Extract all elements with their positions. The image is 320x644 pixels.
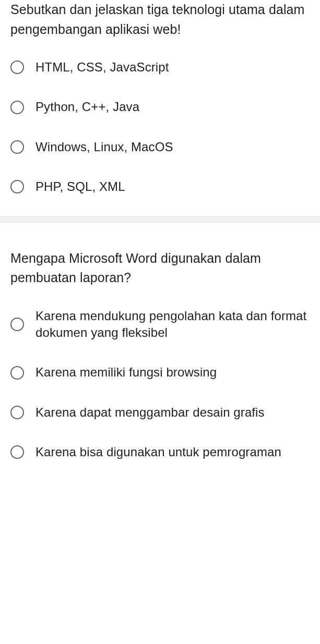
option-row[interactable]: Karena bisa digunakan untuk pemrograman xyxy=(10,444,310,460)
option-row[interactable]: Python, C++, Java xyxy=(10,99,310,115)
option-row[interactable]: PHP, SQL, XML xyxy=(10,178,310,195)
option-row[interactable]: Karena mendukung pengolahan kata dan for… xyxy=(10,308,310,342)
radio-icon xyxy=(10,445,24,459)
radio-icon xyxy=(10,366,24,380)
option-label: Karena bisa digunakan untuk pemrograman xyxy=(35,444,281,460)
radio-icon xyxy=(10,406,24,419)
radio-icon xyxy=(10,140,24,154)
question-card-1: Sebutkan dan jelaskan tiga teknologi uta… xyxy=(0,0,320,216)
option-row[interactable]: HTML, CSS, JavaScript xyxy=(10,59,310,76)
options-group: HTML, CSS, JavaScript Python, C++, Java … xyxy=(10,59,310,196)
option-label: Karena dapat menggambar desain grafis xyxy=(35,404,265,421)
option-row[interactable]: Windows, Linux, MacOS xyxy=(10,139,310,155)
option-label: Karena mendukung pengolahan kata dan for… xyxy=(35,308,310,342)
option-label: PHP, SQL, XML xyxy=(35,178,125,195)
option-label: Python, C++, Java xyxy=(35,99,139,115)
option-row[interactable]: Karena memiliki fungsi browsing xyxy=(10,364,310,381)
options-group: Karena mendukung pengolahan kata dan for… xyxy=(10,308,310,461)
question-card-2: Mengapa Microsoft Word digunakan dalam p… xyxy=(0,223,320,482)
radio-icon xyxy=(10,60,24,74)
card-divider xyxy=(0,216,320,223)
question-text: Mengapa Microsoft Word digunakan dalam p… xyxy=(10,249,310,288)
option-label: Windows, Linux, MacOS xyxy=(35,139,173,155)
question-text: Sebutkan dan jelaskan tiga teknologi uta… xyxy=(10,0,310,39)
option-label: Karena memiliki fungsi browsing xyxy=(35,364,217,381)
radio-icon xyxy=(10,318,24,331)
radio-icon xyxy=(10,180,24,193)
radio-icon xyxy=(10,101,24,114)
option-row[interactable]: Karena dapat menggambar desain grafis xyxy=(10,404,310,421)
option-label: HTML, CSS, JavaScript xyxy=(35,59,169,76)
